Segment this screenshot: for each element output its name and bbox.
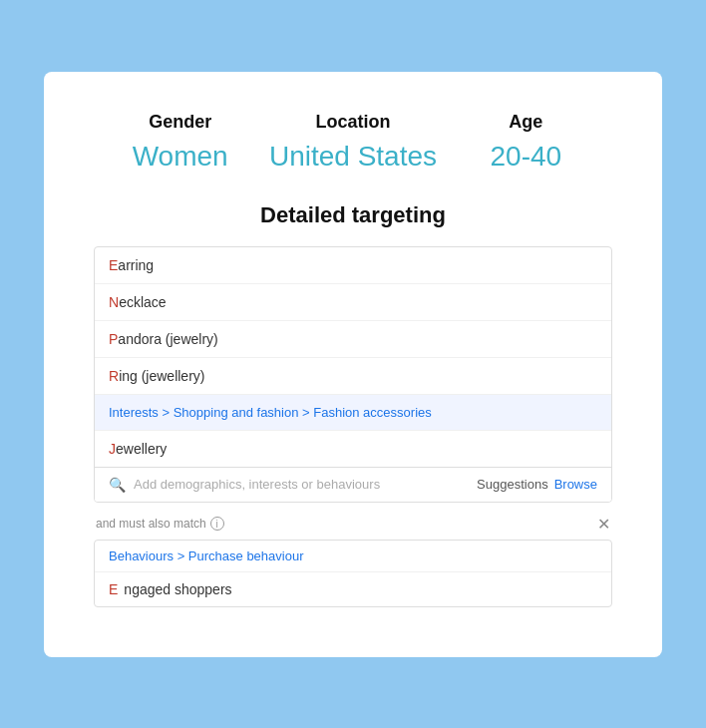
- search-bar: 🔍 Add demographics, interests or behavio…: [95, 467, 611, 502]
- gender-value: Women: [94, 141, 266, 173]
- list-item[interactable]: Earring: [95, 247, 611, 284]
- list-item[interactable]: Jewellery: [95, 431, 611, 467]
- search-icon: 🔍: [109, 477, 126, 493]
- gender-label: Gender: [94, 112, 266, 133]
- item-first-letter: E: [109, 257, 118, 273]
- must-match-label: and must also match i: [96, 517, 224, 531]
- info-icon[interactable]: i: [210, 517, 224, 531]
- must-match-item-rest: ngaged shoppers: [124, 581, 231, 597]
- gender-col: Gender Women: [94, 112, 266, 173]
- age-col: Age 20-40: [440, 112, 612, 173]
- must-match-text: and must also match: [96, 517, 206, 531]
- targeting-box: Earring Necklace Pandora (jewelry) Ring …: [94, 246, 612, 503]
- item-rest: ing (jewellery): [119, 368, 204, 384]
- must-match-first-letter: E: [109, 581, 118, 597]
- item-rest: ecklace: [119, 294, 166, 310]
- item-first-letter: N: [109, 294, 119, 310]
- location-col: Location United States: [266, 112, 439, 173]
- must-match-box: Behaviours > Purchase behaviour Engaged …: [94, 540, 612, 607]
- item-rest: ewellery: [116, 441, 167, 457]
- search-actions: Suggestions Browse: [477, 477, 597, 492]
- list-item[interactable]: Ring (jewellery): [95, 358, 611, 395]
- targeting-list[interactable]: Earring Necklace Pandora (jewelry) Ring …: [95, 247, 611, 467]
- section-title: Detailed targeting: [94, 202, 612, 228]
- location-value: United States: [266, 141, 439, 173]
- item-first-letter: P: [109, 331, 118, 347]
- list-item[interactable]: Necklace: [95, 284, 611, 321]
- item-first-letter: J: [109, 441, 116, 457]
- must-match-row: and must also match i ✕: [94, 511, 612, 538]
- close-icon[interactable]: ✕: [597, 515, 610, 534]
- suggestions-button[interactable]: Suggestions: [477, 477, 548, 492]
- item-first-letter: R: [109, 368, 119, 384]
- age-label: Age: [440, 112, 612, 133]
- search-placeholder[interactable]: Add demographics, interests or behaviour…: [134, 477, 477, 492]
- must-match-item[interactable]: Engaged shoppers: [95, 572, 611, 606]
- breadcrumb-text: Interests > Shopping and fashion > Fashi…: [109, 405, 432, 420]
- breadcrumb-item[interactable]: Interests > Shopping and fashion > Fashi…: [95, 395, 611, 431]
- must-match-breadcrumb[interactable]: Behaviours > Purchase behaviour: [95, 541, 611, 572]
- browse-button[interactable]: Browse: [554, 477, 597, 492]
- location-label: Location: [266, 112, 439, 133]
- list-item[interactable]: Pandora (jewelry): [95, 321, 611, 358]
- age-value: 20-40: [440, 141, 612, 173]
- item-rest: andora (jewelry): [118, 331, 217, 347]
- item-rest: arring: [118, 257, 154, 273]
- main-card: Gender Women Location United States Age …: [44, 72, 662, 657]
- audience-row: Gender Women Location United States Age …: [94, 112, 612, 173]
